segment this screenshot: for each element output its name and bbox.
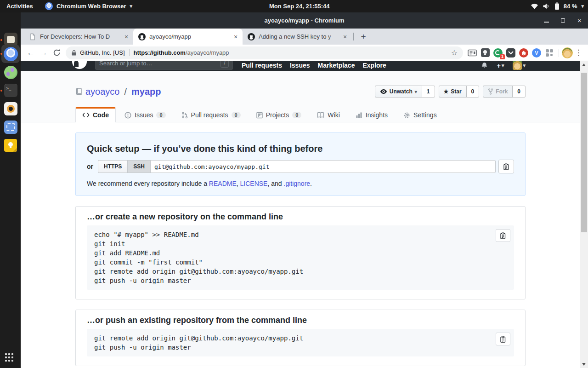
bell-icon[interactable]: [481, 62, 488, 69]
activities-button[interactable]: Activities: [6, 0, 33, 12]
repo-owner-link[interactable]: ayoayco: [85, 86, 120, 97]
tab-strip: For Developers: How To D × ayoayco/myapp…: [21, 29, 588, 45]
tab-projects[interactable]: Projects 0: [249, 107, 309, 122]
nav-explore[interactable]: Explore: [362, 61, 386, 70]
bookmark-star-icon[interactable]: ☆: [451, 48, 458, 57]
dock-item-terminal[interactable]: >_: [3, 82, 18, 98]
scrollbar[interactable]: [580, 61, 588, 368]
fork-button[interactable]: Fork: [483, 86, 513, 98]
tab-adding-ssh-key[interactable]: Adding a new SSH key to y ×: [243, 29, 352, 45]
lock-icon[interactable]: [71, 50, 77, 56]
wiki-icon: [317, 112, 324, 118]
readme-link[interactable]: README: [209, 180, 237, 187]
clipboard-icon: [503, 163, 509, 170]
scroll-up-arrow[interactable]: [582, 63, 586, 66]
tab-settings[interactable]: Settings: [396, 107, 444, 122]
https-button[interactable]: HTTPS: [98, 160, 127, 173]
tab-issues[interactable]: Issues 0: [118, 107, 173, 122]
tab-insights[interactable]: Insights: [349, 107, 395, 122]
tab-code[interactable]: Code: [75, 107, 116, 122]
github-header: / Pull requests Issues Marketplace Explo…: [21, 61, 580, 71]
wifi-icon: [531, 3, 538, 10]
dock-item-screenshot[interactable]: [3, 119, 18, 135]
green-extension-icon[interactable]: 1: [493, 48, 503, 58]
caret-down-icon: ▾: [415, 89, 417, 94]
pull-request-icon: [181, 112, 188, 119]
reload-button[interactable]: [50, 46, 63, 59]
gray-extension-icon[interactable]: [544, 48, 554, 58]
nav-issues[interactable]: Issues: [290, 61, 310, 70]
dock-item-media-player[interactable]: [3, 101, 18, 116]
clock[interactable]: Mon Sep 24, 21:55:44: [269, 0, 330, 12]
tab-for-developers[interactable]: For Developers: How To D ×: [24, 29, 133, 45]
address-bar[interactable]: GitHub, Inc. [US] https://github.com /ay…: [66, 46, 463, 59]
tab-ayoayco-myapp[interactable]: ayoayco/myapp ×: [133, 29, 243, 45]
new-tab-button[interactable]: +: [357, 31, 369, 43]
license-link[interactable]: LICENSE: [240, 180, 268, 187]
tab-close-icon[interactable]: ×: [232, 33, 240, 41]
minimize-button[interactable]: [543, 17, 549, 23]
remote-url-input[interactable]: [151, 160, 496, 173]
maximize-button[interactable]: [560, 17, 566, 23]
globe-icon: [4, 66, 17, 79]
scroll-down-arrow[interactable]: [582, 363, 586, 366]
lightbulb-extension-icon[interactable]: [480, 48, 490, 58]
nav-marketplace[interactable]: Marketplace: [318, 61, 355, 70]
tab-close-icon[interactable]: ×: [122, 33, 130, 41]
nav-pull-requests[interactable]: Pull requests: [242, 61, 282, 70]
system-status-menu[interactable]: 84 % ▾: [531, 0, 584, 12]
github-search[interactable]: /: [95, 61, 233, 70]
projects-count-badge: 0: [292, 112, 301, 118]
copy-code-button[interactable]: [496, 229, 510, 242]
user-menu[interactable]: ▾: [513, 61, 526, 70]
toolbar-divider: [559, 49, 559, 57]
forward-button[interactable]: →: [37, 46, 50, 59]
vimium-extension-icon[interactable]: V: [531, 48, 542, 58]
github-search-input[interactable]: [99, 61, 220, 67]
adblock-hand-extension-icon[interactable]: [519, 48, 529, 58]
reading-list-extension-icon[interactable]: [467, 48, 477, 58]
gitignore-link[interactable]: .gitignore: [284, 180, 311, 187]
repo-pagehead: ayoayco/myapp Unwatch ▾ 1: [21, 71, 580, 122]
tab-wiki[interactable]: Wiki: [310, 107, 346, 122]
eye-icon: [380, 88, 387, 95]
pocket-extension-icon[interactable]: [506, 48, 516, 58]
ssh-button[interactable]: SSH: [127, 160, 151, 173]
browser-toolbar: ← → GitHub, Inc. [US] https://github.com…: [21, 45, 588, 61]
chromium-icon: [4, 47, 18, 61]
copy-url-button[interactable]: [498, 160, 514, 173]
close-button[interactable]: ×: [577, 17, 582, 23]
code-line: git remote add origin git@github.com:ayo…: [94, 267, 507, 276]
unwatch-button[interactable]: Unwatch ▾: [375, 86, 422, 98]
app-menu-label: Chromium Web Browser: [57, 3, 126, 10]
copy-code-button[interactable]: [496, 333, 510, 345]
tab-pull-requests[interactable]: Pull requests 0: [175, 107, 248, 122]
stars-count[interactable]: 0: [467, 86, 480, 98]
window-titlebar: ayoayco/myapp - Chromium ×: [21, 12, 588, 29]
github-logo-icon[interactable]: [72, 61, 87, 69]
browser-menu-icon[interactable]: ⋮: [575, 48, 582, 58]
browser-profile-avatar[interactable]: [562, 47, 573, 58]
show-applications-button[interactable]: [5, 353, 15, 363]
caret-down-icon: ▾: [523, 63, 526, 69]
tab-close-icon[interactable]: ×: [341, 33, 349, 41]
back-button[interactable]: ←: [24, 46, 37, 59]
dock-item-chromium[interactable]: [3, 46, 18, 62]
star-button[interactable]: ★ Star: [439, 86, 467, 98]
clipboard-icon: [500, 232, 506, 239]
dock-item-notes[interactable]: [3, 138, 18, 153]
quick-setup-title: Quick setup — if you’ve done this kind o…: [87, 143, 514, 154]
dock-item-web-browser[interactable]: [3, 64, 18, 80]
chromium-icon: [45, 2, 53, 10]
create-new-button[interactable]: +▾: [497, 62, 504, 69]
watchers-count[interactable]: 1: [422, 86, 435, 98]
code-icon: [82, 112, 90, 118]
app-menu-button[interactable]: Chromium Web Browser ▾: [45, 0, 132, 12]
volume-icon: [543, 3, 550, 10]
dock: >_: [0, 12, 21, 368]
gear-icon: [403, 112, 410, 119]
repo-setup-content: Quick setup — if you’ve done this kind o…: [21, 132, 580, 366]
forks-count[interactable]: 0: [513, 86, 526, 98]
repo-name-link[interactable]: myapp: [131, 86, 161, 97]
scrollbar-thumb[interactable]: [581, 73, 587, 232]
